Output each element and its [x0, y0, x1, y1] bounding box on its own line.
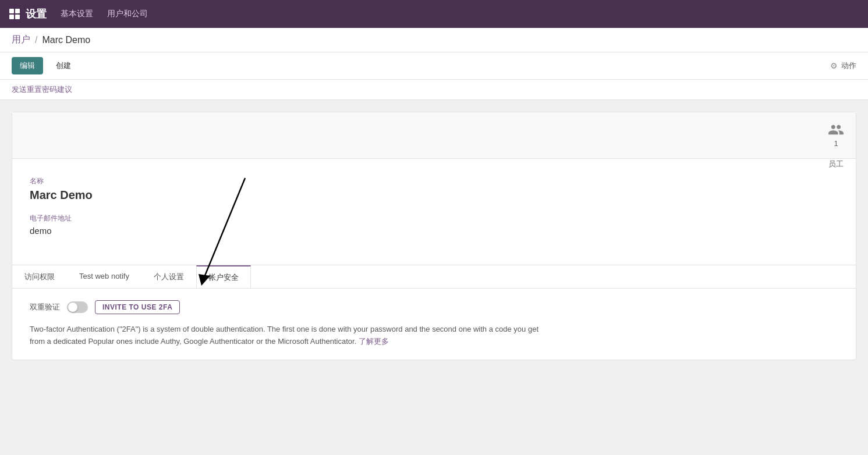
twofa-toggle[interactable]: [67, 301, 88, 313]
app-logo[interactable]: 设置: [9, 7, 47, 21]
name-label: 名称: [30, 176, 838, 186]
top-menu: 基本设置 用户和公司: [61, 6, 148, 22]
menu-basic-settings[interactable]: 基本设置: [61, 6, 93, 22]
name-field-group: 名称 Marc Demo: [30, 176, 838, 202]
twofa-description-text: Two-factor Authentication ("2FA") is a s…: [30, 325, 538, 346]
actions-menu[interactable]: ⚙ 动作: [830, 61, 856, 71]
employee-badge[interactable]: 1 员工: [828, 122, 844, 169]
toolbar: 编辑 创建 ⚙ 动作: [0, 52, 868, 80]
edit-button[interactable]: 编辑: [12, 57, 43, 74]
breadcrumb-parent[interactable]: 用户: [12, 34, 30, 46]
form-body: 名称 Marc Demo 电子邮件地址 demo: [12, 159, 856, 259]
breadcrumb-separator: /: [35, 35, 37, 45]
email-field-group: 电子邮件地址 demo: [30, 214, 838, 236]
email-value: demo: [30, 226, 838, 236]
form-card: 1 员工 名称 Marc Demo 电子邮件地址 demo 访问权限 Test …: [12, 112, 856, 360]
tab-security[interactable]: 帐户安全: [196, 265, 251, 289]
tab-personal[interactable]: 个人设置: [141, 265, 196, 289]
invite-2fa-button[interactable]: INVITE TO USE 2FA: [95, 300, 180, 314]
create-button[interactable]: 创建: [50, 57, 77, 74]
twofa-label: 双重验证: [30, 302, 60, 312]
employee-count: 1: [834, 139, 838, 148]
menu-users-company[interactable]: 用户和公司: [107, 6, 148, 22]
actions-label: 动作: [841, 61, 856, 71]
tab-access[interactable]: 访问权限: [12, 265, 67, 289]
grid-icon: [9, 9, 20, 19]
breadcrumb: 用户 / Marc Demo: [0, 28, 868, 52]
send-reset-password-link[interactable]: 发送重置密码建议: [12, 85, 72, 94]
twofa-row: 双重验证 INVITE TO USE 2FA: [30, 300, 838, 314]
learn-more-link[interactable]: 了解更多: [359, 337, 389, 346]
breadcrumb-current: Marc Demo: [42, 35, 90, 45]
tab-test-web[interactable]: Test web notify: [67, 265, 141, 289]
employee-label: 员工: [828, 159, 844, 169]
gear-icon: ⚙: [830, 61, 838, 70]
main-content: 1 员工 名称 Marc Demo 电子邮件地址 demo 访问权限 Test …: [0, 100, 868, 372]
users-icon: [828, 122, 844, 138]
twofa-description: Two-factor Authentication ("2FA") is a s…: [30, 324, 554, 348]
email-label: 电子邮件地址: [30, 214, 838, 223]
app-title: 设置: [26, 7, 47, 21]
top-navigation: 设置 基本设置 用户和公司: [0, 0, 868, 28]
tabs: 访问权限 Test web notify 个人设置 帐户安全: [12, 265, 856, 288]
tab-content-security: 双重验证 INVITE TO USE 2FA Two-factor Authen…: [12, 288, 856, 360]
sub-action-bar: 发送重置密码建议: [0, 80, 868, 100]
name-value: Marc Demo: [30, 189, 838, 202]
header-banner: 1 员工: [12, 112, 856, 159]
